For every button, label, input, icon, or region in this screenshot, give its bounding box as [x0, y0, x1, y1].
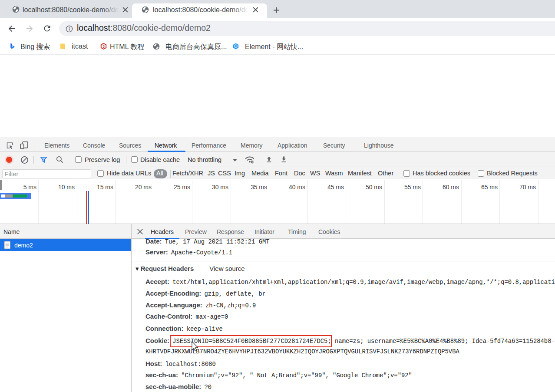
- svg-text:3: 3: [102, 44, 105, 49]
